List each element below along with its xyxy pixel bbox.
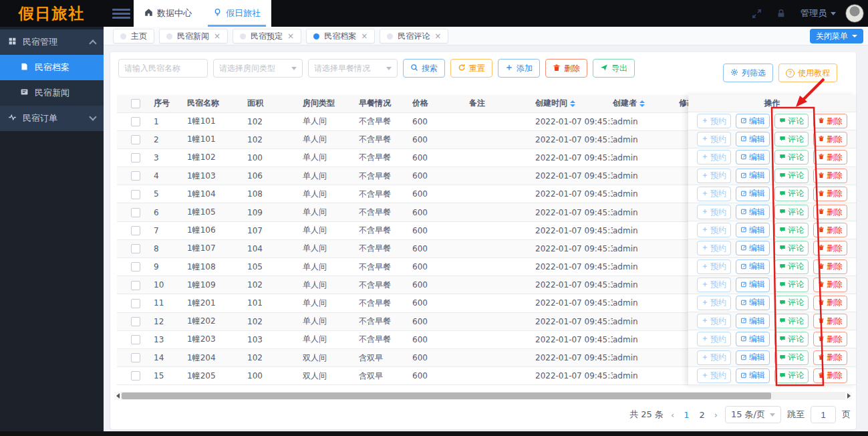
tutorial-button[interactable]: 使用教程: [778, 64, 837, 82]
delete-row-button[interactable]: 删除: [813, 259, 847, 274]
edit-button[interactable]: 编辑: [736, 296, 770, 310]
row-checkbox[interactable]: [131, 371, 140, 380]
next-page-icon[interactable]: ›: [713, 410, 719, 420]
comment-button[interactable]: 评论: [774, 350, 809, 365]
tab-homestay-booking[interactable]: 民宿预定: [233, 29, 301, 43]
book-button[interactable]: 预约: [697, 150, 731, 165]
row-checkbox[interactable]: [131, 171, 140, 181]
edit-button[interactable]: 编辑: [736, 368, 770, 383]
delete-row-button[interactable]: 删除: [813, 278, 847, 292]
breakfast-select[interactable]: 请选择早餐情况: [308, 59, 398, 78]
comment-button[interactable]: 评论: [774, 187, 809, 201]
tab-homestay-news[interactable]: 民宿新闻: [159, 29, 228, 43]
comment-button[interactable]: 评论: [774, 259, 809, 274]
jump-page-input[interactable]: [811, 406, 836, 423]
book-button[interactable]: 预约: [697, 314, 731, 328]
sidebar-item-homestay-orders[interactable]: 民宿订单: [0, 106, 104, 131]
book-button[interactable]: 预约: [697, 350, 731, 365]
page-2[interactable]: 2: [697, 410, 706, 420]
book-button[interactable]: 预约: [697, 241, 731, 255]
close-icon[interactable]: [361, 32, 368, 40]
delete-row-button[interactable]: 删除: [813, 332, 847, 346]
close-icon[interactable]: [434, 32, 441, 40]
search-button[interactable]: 搜索: [403, 59, 445, 78]
row-checkbox[interactable]: [131, 317, 140, 326]
edit-button[interactable]: 编辑: [736, 187, 770, 201]
delete-row-button[interactable]: 删除: [813, 368, 847, 383]
comment-button[interactable]: 评论: [774, 150, 809, 165]
book-button[interactable]: 预约: [697, 114, 731, 128]
comment-button[interactable]: 评论: [774, 223, 809, 237]
edit-button[interactable]: 编辑: [736, 241, 770, 255]
edit-button[interactable]: 编辑: [736, 223, 770, 237]
fullscreen-icon[interactable]: [752, 9, 762, 19]
sort-created[interactable]: [570, 100, 575, 107]
row-checkbox[interactable]: [131, 281, 140, 290]
scrollbar-thumb[interactable]: [122, 393, 771, 399]
tab-homestay-archive[interactable]: 民宿档案: [306, 29, 375, 43]
prev-page-icon[interactable]: ‹: [670, 410, 676, 420]
row-checkbox[interactable]: [131, 153, 140, 162]
add-button[interactable]: 添加: [498, 59, 540, 78]
sort-creator[interactable]: [639, 100, 645, 107]
book-button[interactable]: 预约: [697, 132, 731, 146]
row-checkbox[interactable]: [131, 117, 140, 126]
horizontal-scrollbar[interactable]: [114, 392, 852, 400]
column-filter-button[interactable]: 列筛选: [723, 64, 773, 82]
book-button[interactable]: 预约: [697, 332, 731, 346]
edit-button[interactable]: 编辑: [736, 132, 770, 146]
edit-button[interactable]: 编辑: [736, 332, 770, 346]
delete-row-button[interactable]: 删除: [813, 169, 847, 183]
export-button[interactable]: 导出: [593, 59, 635, 78]
comment-button[interactable]: 评论: [774, 332, 809, 346]
reset-button[interactable]: 重置: [450, 59, 492, 78]
edit-button[interactable]: 编辑: [736, 278, 770, 292]
book-button[interactable]: 预约: [697, 368, 731, 383]
delete-row-button[interactable]: 删除: [813, 296, 847, 310]
row-checkbox[interactable]: [131, 262, 140, 271]
book-button[interactable]: 预约: [697, 205, 731, 219]
homestay-name-input[interactable]: [118, 59, 208, 78]
hamburger-menu-icon[interactable]: [112, 9, 130, 19]
delete-row-button[interactable]: 删除: [813, 114, 847, 128]
lock-icon[interactable]: [776, 9, 786, 18]
delete-row-button[interactable]: 删除: [813, 241, 847, 255]
edit-button[interactable]: 编辑: [736, 350, 770, 365]
edit-button[interactable]: 编辑: [736, 114, 770, 128]
user-menu-caret-icon[interactable]: [831, 12, 836, 15]
close-menu-button[interactable]: 关闭菜单: [810, 29, 863, 43]
delete-row-button[interactable]: 删除: [813, 205, 847, 219]
book-button[interactable]: 预约: [697, 169, 731, 183]
tab-homestay-comments[interactable]: 民宿评论: [380, 29, 448, 43]
comment-button[interactable]: 评论: [774, 205, 809, 219]
delete-row-button[interactable]: 删除: [813, 187, 847, 201]
comment-button[interactable]: 评论: [774, 169, 809, 183]
comment-button[interactable]: 评论: [774, 132, 809, 146]
row-checkbox[interactable]: [131, 353, 140, 362]
select-all-checkbox[interactable]: [131, 99, 140, 108]
sidebar-item-homestay-management[interactable]: 民宿管理: [0, 29, 104, 55]
edit-button[interactable]: 编辑: [736, 169, 770, 183]
edit-button[interactable]: 编辑: [736, 205, 770, 219]
book-button[interactable]: 预约: [697, 223, 731, 237]
book-button[interactable]: 预约: [697, 187, 731, 201]
edit-button[interactable]: 编辑: [736, 259, 770, 274]
comment-button[interactable]: 评论: [774, 296, 809, 310]
sidebar-item-homestay-archive[interactable]: 民宿档案: [0, 55, 104, 80]
avatar[interactable]: [845, 4, 864, 23]
comment-button[interactable]: 评论: [774, 314, 809, 328]
comment-button[interactable]: 评论: [774, 278, 809, 292]
edit-button[interactable]: 编辑: [736, 314, 770, 328]
row-checkbox[interactable]: [131, 335, 140, 344]
row-checkbox[interactable]: [131, 208, 140, 217]
book-button[interactable]: 预约: [697, 278, 731, 292]
row-checkbox[interactable]: [131, 226, 140, 235]
close-icon[interactable]: [287, 32, 294, 40]
edit-button[interactable]: 编辑: [736, 150, 770, 165]
scroll-right-icon[interactable]: [845, 392, 852, 400]
book-button[interactable]: 预约: [697, 259, 731, 274]
room-type-select[interactable]: 请选择房间类型: [213, 59, 303, 78]
delete-button[interactable]: 删除: [545, 59, 587, 78]
page-1[interactable]: 1: [682, 410, 691, 420]
comment-button[interactable]: 评论: [774, 241, 809, 255]
